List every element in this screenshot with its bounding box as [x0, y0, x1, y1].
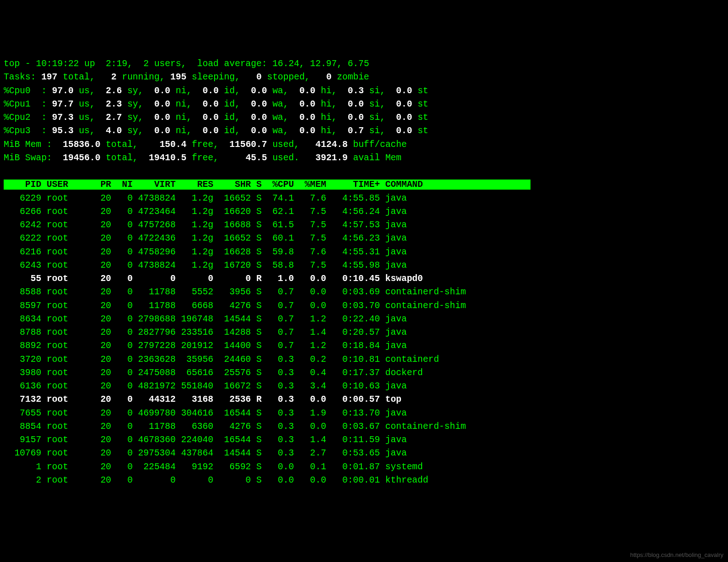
cpu1-sy: 2.3 [95, 99, 127, 109]
tasks-running: 2 [95, 72, 122, 82]
cpu-us-lbl: us, [79, 86, 95, 96]
cpu1-st: 0.0 [385, 99, 418, 109]
process-row[interactable]: 6242 root 20 0 4757268 1.2g 16688 S 61.5… [4, 220, 407, 230]
cpu3-hi: 0.0 [288, 126, 321, 136]
cpu-us-lbl: us, [79, 99, 95, 109]
swap-total-lbl: total, [106, 153, 138, 163]
process-row[interactable]: 10769 root 20 0 2975304 437864 14544 S 0… [4, 448, 407, 458]
cpu0-si: 0.3 [337, 86, 369, 96]
cpu-wa-lbl: wa, [272, 126, 288, 136]
process-row[interactable]: 8634 root 20 0 2798688 196748 14544 S 0.… [4, 314, 407, 324]
process-row[interactable]: 8892 root 20 0 2797228 201912 14400 S 0.… [4, 341, 407, 351]
process-row[interactable]: 3980 root 20 0 2475088 65616 25576 S 0.3… [4, 368, 423, 378]
process-row[interactable]: 7655 root 20 0 4699780 304616 16544 S 0.… [4, 408, 407, 418]
tasks-sleeping-lbl: sleeping, [192, 72, 240, 82]
watermark: https://blog.csdn.net/boling_cavalry [630, 551, 723, 560]
top-terminal[interactable]: top - 10:19:22 up 2:19, 2 users, load av… [4, 57, 724, 487]
cpu-hi-lbl: hi, [321, 126, 337, 136]
process-header: PID USER PR NI VIRT RES SHR S %CPU %MEM … [4, 180, 530, 190]
mem-used: 11560.7 [219, 140, 272, 150]
tasks-label: Tasks: [4, 72, 36, 82]
cpu2-ni: 0.0 [143, 112, 175, 123]
process-row[interactable]: 8788 root 20 0 2827796 233516 14288 S 0.… [4, 327, 407, 337]
process-row[interactable]: 6266 root 20 0 4723464 1.2g 16620 S 62.1… [4, 207, 407, 217]
cpu-sy-lbl: sy, [127, 86, 143, 96]
cpu2-hi: 0.0 [288, 112, 321, 123]
process-row[interactable]: 3720 root 20 0 2363628 35956 24460 S 0.3… [4, 354, 439, 365]
process-row[interactable]: 55 root 20 0 0 0 0 R 1.0 0.0 0:10.45 ksw… [4, 274, 423, 284]
cpu0-us: 97.0 [47, 86, 79, 96]
cpu3-id: 0.0 [192, 126, 224, 136]
cpu-ni-lbl: ni, [176, 99, 192, 109]
process-row[interactable]: 7132 root 20 0 44312 3168 2536 R 0.3 0.0… [4, 394, 401, 405]
cpu2-si: 0.0 [337, 112, 369, 123]
cpu-hi-lbl: hi, [321, 99, 337, 109]
cpu0-sy: 2.6 [95, 86, 127, 96]
cpu-id-lbl: id, [224, 112, 240, 123]
process-row[interactable]: 8588 root 20 0 11788 5552 3956 S 0.7 0.0… [4, 287, 466, 297]
cpu0-id: 0.0 [192, 86, 224, 96]
cpu3-wa: 0.0 [240, 126, 272, 136]
swap-used: 45.5 [219, 153, 272, 163]
cpu-si-lbl: si, [369, 126, 385, 136]
cpu-wa-lbl: wa, [272, 86, 288, 96]
cpu3-si: 0.7 [337, 126, 369, 136]
cpu2-us: 97.3 [47, 112, 79, 123]
cpu-id-lbl: id, [224, 86, 240, 96]
tasks-running-lbl: running, [122, 72, 165, 82]
cpu-si-lbl: si, [369, 86, 385, 96]
cpu-hi-lbl: hi, [321, 86, 337, 96]
cpu3-sy: 4.0 [95, 126, 127, 136]
process-row[interactable]: 2 root 20 0 0 0 0 S 0.0 0.0 0:00.01 kthr… [4, 475, 428, 485]
mem-total: 15836.0 [52, 140, 106, 150]
cpu2-label: %Cpu2 : [4, 112, 47, 123]
process-row[interactable]: 6136 root 20 0 4821972 551840 16672 S 0.… [4, 381, 407, 391]
swap-free: 19410.5 [138, 153, 192, 163]
process-row[interactable]: 6229 root 20 0 4738824 1.2g 16652 S 74.1… [4, 193, 407, 203]
cpu0-wa: 0.0 [240, 86, 272, 96]
mem-used-lbl: used, [272, 140, 299, 150]
cpu3-us: 95.3 [47, 126, 79, 136]
cpu-sy-lbl: sy, [127, 99, 143, 109]
cpu3-label: %Cpu3 : [4, 126, 47, 136]
cpu2-wa: 0.0 [240, 112, 272, 123]
cpu1-label: %Cpu1 : [4, 99, 47, 109]
process-row[interactable]: 6222 root 20 0 4722436 1.2g 16652 S 60.1… [4, 233, 407, 243]
cpu1-id: 0.0 [192, 99, 224, 109]
swap-avail-lbl: avail Mem [353, 153, 401, 163]
swap-used-lbl: used. [272, 153, 299, 163]
cpu-si-lbl: si, [369, 99, 385, 109]
mem-buff: 4124.8 [299, 140, 353, 150]
cpu-us-lbl: us, [79, 112, 95, 123]
cpu-ni-lbl: ni, [176, 86, 192, 96]
cpu0-hi: 0.0 [288, 86, 321, 96]
tasks-sleeping: 195 [165, 72, 192, 82]
swap-total: 19456.0 [52, 153, 106, 163]
process-row[interactable]: 6216 root 20 0 4758296 1.2g 16628 S 59.8… [4, 247, 407, 257]
cpu-st-lbl: st [418, 86, 428, 96]
tasks-total-lbl: total, [63, 72, 95, 82]
tasks-stopped-lbl: stopped, [267, 72, 310, 82]
cpu3-ni: 0.0 [143, 126, 175, 136]
cpu-ni-lbl: ni, [176, 126, 192, 136]
cpu-us-lbl: us, [79, 126, 95, 136]
mem-free-lbl: free, [192, 140, 219, 150]
mem-buff-lbl: buff/cache [353, 140, 407, 150]
cpu2-st: 0.0 [385, 112, 418, 123]
cpu0-st: 0.0 [385, 86, 418, 96]
swap-avail: 3921.9 [299, 153, 353, 163]
cpu0-label: %Cpu0 : [4, 86, 47, 96]
cpu-wa-lbl: wa, [272, 99, 288, 109]
process-row[interactable]: 9157 root 20 0 4678360 224040 16544 S 0.… [4, 435, 407, 445]
cpu1-wa: 0.0 [240, 99, 272, 109]
mem-free: 150.4 [138, 140, 192, 150]
cpu3-st: 0.0 [385, 126, 418, 136]
process-row[interactable]: 6243 root 20 0 4738824 1.2g 16720 S 58.8… [4, 260, 407, 270]
process-row[interactable]: 8597 root 20 0 11788 6668 4276 S 0.7 0.0… [4, 301, 466, 311]
cpu0-ni: 0.0 [143, 86, 175, 96]
cpu2-id: 0.0 [192, 112, 224, 123]
process-row[interactable]: 8854 root 20 0 11788 6360 4276 S 0.3 0.0… [4, 422, 466, 432]
process-row[interactable]: 1 root 20 0 225484 9192 6592 S 0.0 0.1 0… [4, 462, 423, 472]
cpu-st-lbl: st [418, 99, 428, 109]
tasks-stopped: 0 [240, 72, 267, 82]
